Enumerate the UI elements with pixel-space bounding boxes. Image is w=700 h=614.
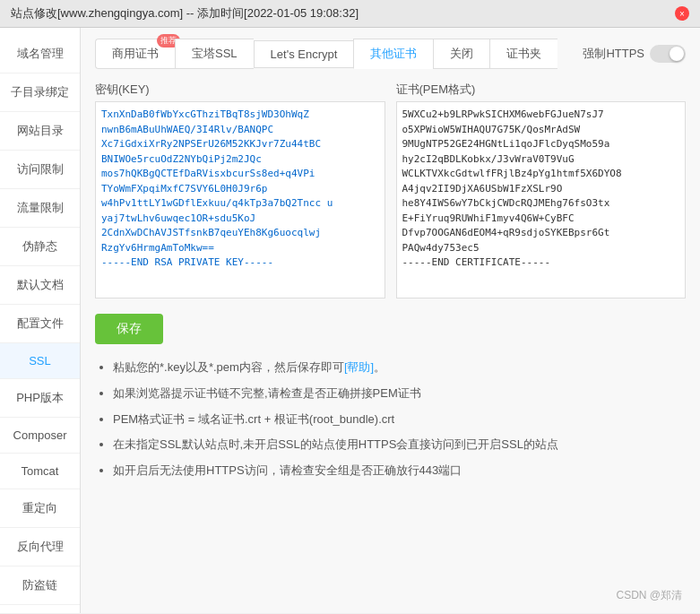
toggle-switch[interactable]: [650, 45, 686, 63]
tab-证书夹[interactable]: 证书夹: [489, 39, 557, 69]
sidebar-item-子目录绑定[interactable]: 子目录绑定: [0, 74, 80, 112]
tab-Let's Encrypt[interactable]: Let's Encrypt: [254, 40, 354, 68]
cert-section: 证书(PEM格式): [396, 82, 687, 301]
save-button[interactable]: 保存: [95, 314, 163, 344]
sidebar-item-流量限制[interactable]: 流量限制: [0, 189, 80, 228]
sidebar-item-反向代理[interactable]: 反向代理: [0, 528, 80, 566]
sidebar-item-Tomcat[interactable]: Tomcat: [0, 454, 80, 489]
sidebar-item-配置文件[interactable]: 配置文件: [0, 305, 80, 343]
sidebar-item-伪静态[interactable]: 伪静态: [0, 228, 80, 266]
tip-item: 如果浏览器提示证书链不完整,请检查是否正确拼接PEM证书: [113, 385, 686, 403]
cert-label: 证书(PEM格式): [396, 82, 687, 98]
sidebar-item-SSL[interactable]: SSL: [0, 343, 80, 379]
tab-其他证书[interactable]: 其他证书: [353, 39, 433, 69]
key-label: 密钥(KEY): [95, 82, 385, 98]
sidebar-item-域名管理[interactable]: 域名管理: [0, 35, 80, 74]
tip-item: 粘贴您的*.key以及*.pem内容，然后保存即可[帮助]。: [113, 359, 686, 377]
toggle-knob: [670, 47, 684, 61]
help-link[interactable]: [帮助]: [344, 360, 374, 374]
watermark: CSDN @郑清: [616, 588, 682, 603]
sidebar-item-PHP版本[interactable]: PHP版本: [0, 379, 80, 418]
tab-宝塔SSL[interactable]: 宝塔SSL: [175, 39, 254, 69]
sidebar-item-访问限制[interactable]: 访问限制: [0, 151, 80, 189]
key-section: 密钥(KEY): [95, 82, 385, 301]
tab-关闭[interactable]: 关闭: [433, 39, 489, 69]
cert-textarea[interactable]: [396, 101, 687, 298]
sidebar: 域名管理子目录绑定网站目录访问限制流量限制伪静态默认文档配置文件SSLPHP版本…: [0, 28, 81, 613]
key-textarea[interactable]: [95, 101, 385, 298]
cert-area: 密钥(KEY) 证书(PEM格式): [95, 82, 686, 301]
title-text: 站点修改[www.zhengqingya.com] -- 添加时间[2022-0…: [11, 5, 359, 22]
tip-item: PEM格式证书 = 域名证书.crt + 根证书(root_bundle).cr…: [113, 411, 686, 429]
force-https-toggle: 强制HTTPS: [583, 45, 686, 63]
tab-商用证书[interactable]: 商用证书推荐: [95, 39, 175, 69]
tip-item: 在未指定SSL默认站点时,未开启SSL的站点使用HTTPS会直接访问到已开启SS…: [113, 436, 686, 454]
sidebar-item-防盗链[interactable]: 防盗链: [0, 566, 80, 605]
sidebar-item-网站目录[interactable]: 网站目录: [0, 112, 80, 151]
sidebar-item-网站日志[interactable]: 网站日志: [0, 605, 80, 614]
tip-item: 如开启后无法使用HTTPS访问，请检查安全组是否正确放行443端口: [113, 462, 686, 480]
tabs-row: 商用证书推荐宝塔SSLLet's Encrypt其他证书关闭证书夹 强制HTTP…: [95, 39, 686, 69]
tips-list: 粘贴您的*.key以及*.pem内容，然后保存即可[帮助]。如果浏览器提示证书链…: [95, 359, 686, 480]
close-button[interactable]: ×: [675, 6, 689, 21]
sidebar-item-Composer[interactable]: Composer: [0, 418, 80, 454]
content-area: 商用证书推荐宝塔SSLLet's Encrypt其他证书关闭证书夹 强制HTTP…: [81, 28, 700, 613]
sidebar-item-默认文档[interactable]: 默认文档: [0, 266, 80, 305]
force-https-label: 强制HTTPS: [583, 46, 644, 62]
sidebar-item-重定向[interactable]: 重定向: [0, 489, 80, 528]
title-bar: 站点修改[www.zhengqingya.com] -- 添加时间[2022-0…: [0, 0, 700, 28]
